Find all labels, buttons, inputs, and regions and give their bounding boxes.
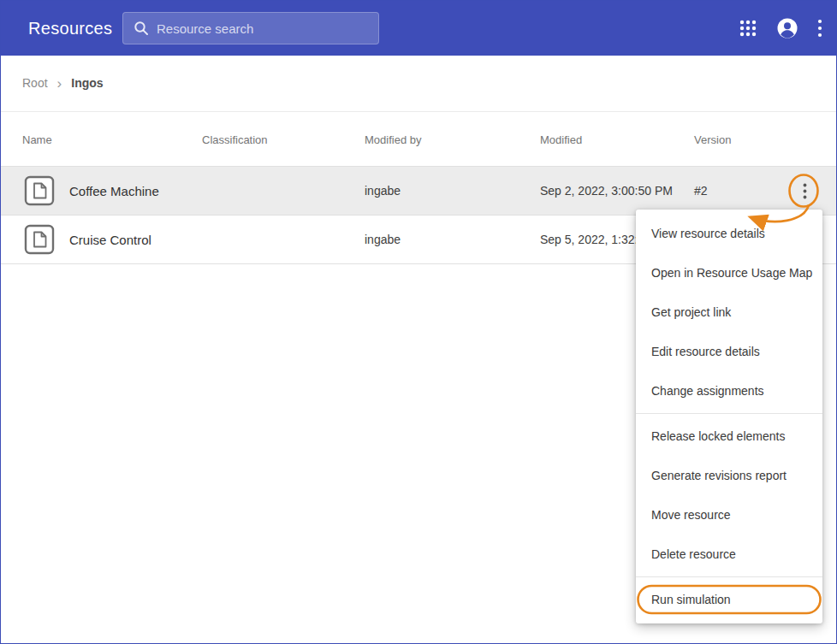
table-header: Name Classification Modified by Modified… (1, 112, 836, 167)
appbar-actions (739, 1, 822, 56)
column-header-classification: Classification (202, 133, 268, 145)
breadcrumb-root[interactable]: Root (22, 76, 48, 90)
app-window: Resources (0, 0, 837, 644)
search-box (122, 12, 379, 44)
resource-version: #2 (694, 184, 708, 198)
table-row[interactable]: Coffee Machine ingabe Sep 2, 2022, 3:00:… (1, 167, 836, 216)
column-header-modified-by: Modified by (365, 133, 421, 145)
menu-item-delete-resource[interactable]: Delete resource (636, 535, 822, 574)
resource-name: Coffee Machine (69, 184, 159, 198)
chevron-right-icon: › (57, 76, 62, 91)
search-icon (134, 21, 149, 36)
resource-file-icon (24, 175, 55, 206)
breadcrumb: Root › Ingos (1, 56, 836, 110)
breadcrumb-current: Ingos (71, 76, 103, 90)
resource-modified: Sep 2, 2022, 3:00:50 PM (540, 184, 673, 198)
apps-grid-icon[interactable] (739, 19, 757, 38)
menu-divider (636, 413, 822, 414)
menu-item-generate-revisions-report[interactable]: Generate revisions report (636, 456, 822, 495)
app-bar: Resources (1, 1, 836, 56)
row-actions-kebab-icon[interactable] (793, 180, 816, 202)
menu-item-release-locked-elements[interactable]: Release locked elements (636, 417, 822, 456)
page-title: Resources (28, 19, 112, 38)
account-circle-icon[interactable] (776, 17, 798, 39)
menu-item-view-resource-details[interactable]: View resource details (636, 214, 822, 253)
menu-item-change-assignments[interactable]: Change assignments (636, 371, 822, 411)
resource-modified-by: ingabe (365, 233, 401, 246)
resource-file-icon (24, 224, 55, 255)
menu-item-edit-resource-details[interactable]: Edit resource details (636, 332, 822, 371)
search-input[interactable] (157, 13, 378, 44)
menu-item-open-in-resource-usage-map[interactable]: Open in Resource Usage Map (636, 253, 822, 292)
row-actions-menu: View resource details Open in Resource U… (636, 210, 822, 623)
menu-item-run-simulation[interactable]: Run simulation (636, 580, 822, 619)
column-header-name: Name (22, 133, 52, 145)
resource-modified-by: ingabe (365, 184, 401, 198)
resource-modified: Sep 5, 2022, 1:32:39 (540, 233, 651, 246)
kebab-menu-icon[interactable] (817, 19, 822, 38)
column-header-modified: Modified (540, 133, 582, 145)
resource-name: Cruise Control (69, 233, 151, 247)
menu-divider (636, 576, 822, 577)
menu-item-move-resource[interactable]: Move resource (636, 495, 822, 535)
menu-item-get-project-link[interactable]: Get project link (636, 292, 822, 332)
column-header-version: Version (694, 133, 731, 145)
